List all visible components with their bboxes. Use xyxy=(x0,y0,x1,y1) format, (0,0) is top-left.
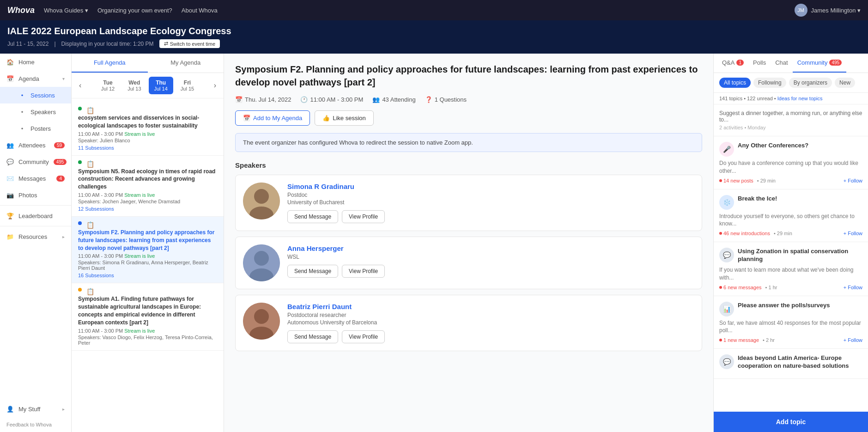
sidebar-item-speakers[interactable]: • Speakers xyxy=(0,103,71,120)
session-list: 📋 ecosystem services and disservices in … xyxy=(72,98,224,432)
community-item[interactable]: 💬 Ideas beyond Latin America- Europe coo… xyxy=(714,349,868,379)
about-link[interactable]: About Whova xyxy=(182,7,218,14)
send-message-button[interactable]: Send Message xyxy=(287,210,338,223)
sidebar-label-speakers: Speakers xyxy=(30,109,56,116)
add-to-agenda-button[interactable]: 📅 Add to My Agenda xyxy=(235,110,310,126)
community-item[interactable]: ❄️ Break the Ice! Introduce yourself to … xyxy=(714,189,868,243)
filter-following[interactable]: Following xyxy=(753,78,786,88)
sidebar-item-home[interactable]: 🏠 Home xyxy=(0,54,71,70)
tab-polls[interactable]: Polls xyxy=(748,54,771,73)
sidebar-item-agenda[interactable]: 📅 Agenda ▾ xyxy=(0,70,71,87)
posters-icon: • xyxy=(18,125,26,132)
day-thu[interactable]: Thu Jul 14 xyxy=(149,77,173,94)
user-avatar: JM xyxy=(795,4,807,17)
community-item-body: Introduce yourself to everyone, so other… xyxy=(719,213,862,228)
session-item[interactable]: 📋 ecosystem services and disservices in … xyxy=(72,102,224,156)
community-list: Suggest a dinner together, a morning run… xyxy=(714,104,868,412)
sidebar-item-photos[interactable]: 📷 Photos xyxy=(0,187,71,203)
right-panel-tabs: Q&A 1 Polls Chat Community 495 xyxy=(714,54,868,73)
community-item[interactable]: 📊 Please answer the polls/surveys So far… xyxy=(714,296,868,349)
prev-day-button[interactable]: ‹ xyxy=(75,79,85,91)
follow-button[interactable]: + Follow xyxy=(844,337,862,343)
session-title: ecosystem services and disservices in so… xyxy=(78,114,217,130)
organize-link[interactable]: Organizing your own event? xyxy=(97,7,172,14)
sidebar: 🏠 Home 📅 Agenda ▾ • Sessions • Speakers … xyxy=(0,54,72,432)
leaderboard-icon: 🏆 xyxy=(6,212,14,219)
sidebar-item-sessions[interactable]: • Sessions xyxy=(0,87,71,103)
follow-button[interactable]: + Follow xyxy=(844,285,862,290)
tab-my-agenda[interactable]: My Agenda xyxy=(148,54,224,73)
user-menu[interactable]: JM James Millington ▾ xyxy=(795,4,861,17)
sidebar-item-community[interactable]: 💬 Community 495 xyxy=(0,153,71,170)
sidebar-item-attendees[interactable]: 👥 Attendees 59 xyxy=(0,137,71,153)
filter-new[interactable]: New xyxy=(835,78,855,88)
sidebar-label-home: Home xyxy=(18,59,35,66)
view-profile-button[interactable]: View Profile xyxy=(342,330,385,343)
tab-community[interactable]: Community 495 xyxy=(793,54,846,73)
session-title: Symposium F2. Planning and policy approa… xyxy=(78,229,217,252)
calendar-icon: 📅 xyxy=(235,96,243,103)
filter-by-organizers[interactable]: By organizers xyxy=(789,78,832,88)
tab-chat[interactable]: Chat xyxy=(771,54,792,73)
session-dot-selected xyxy=(78,221,82,225)
community-item-time: • 1 hr xyxy=(765,285,777,290)
sessions-icon: • xyxy=(18,91,26,99)
community-item-icon: 💬 xyxy=(719,354,734,369)
community-item-icon: 🎤 xyxy=(719,142,734,157)
clock-icon: 🕐 xyxy=(300,96,308,103)
community-item[interactable]: 💬 Using Zonation in spatial conservation… xyxy=(714,242,868,296)
agenda-panel: Full Agenda My Agenda ‹ Tue Jul 12 Wed J… xyxy=(72,54,224,432)
tab-qa[interactable]: Q&A 1 xyxy=(717,54,748,73)
sidebar-item-posters[interactable]: • Posters xyxy=(0,120,71,137)
session-subsessions[interactable]: 16 Subsessions xyxy=(78,273,217,278)
community-item[interactable]: 🎤 Any Other Conferences? Do you have a c… xyxy=(714,136,868,189)
resources-expand-icon: ▸ xyxy=(62,234,65,239)
filter-all-topics[interactable]: All topics xyxy=(719,78,751,88)
day-fri[interactable]: Fri Jul 15 xyxy=(175,77,200,94)
day-name-thu: Thu xyxy=(156,79,166,86)
community-stats: 141 topics • 122 unread • Ideas for new … xyxy=(714,93,868,104)
session-item[interactable]: 📋 Symposium A1. Finding future pathways … xyxy=(72,283,224,350)
community-first-item[interactable]: Suggest a dinner together, a morning run… xyxy=(714,104,868,136)
view-profile-button[interactable]: View Profile xyxy=(342,265,385,278)
whova-guides-link[interactable]: Whova Guides ▾ xyxy=(44,7,88,14)
session-live-badge: Stream is live xyxy=(124,253,155,259)
tab-full-agenda[interactable]: Full Agenda xyxy=(72,54,148,73)
session-item[interactable]: 📋 Symposium F2. Planning and policy appr… xyxy=(72,217,224,283)
session-dot-live xyxy=(78,107,82,110)
session-live-badge: Stream is live xyxy=(124,192,155,198)
session-speaker: Speakers: Simona R Gradinaru, Anna Hersp… xyxy=(78,260,217,271)
day-wed[interactable]: Wed Jul 13 xyxy=(122,77,146,94)
session-item[interactable]: 📋 Symposium N5. Road ecology in times of… xyxy=(72,156,224,217)
community-item-time: • 29 min xyxy=(774,231,792,236)
community-item-footer: 1 new message • 2 hr + Follow xyxy=(719,337,862,343)
next-day-button[interactable]: › xyxy=(210,79,220,91)
sidebar-item-messages[interactable]: ✉️ Messages 4 xyxy=(0,170,71,187)
send-message-button[interactable]: Send Message xyxy=(287,330,338,343)
sidebar-item-resources[interactable]: 📁 Resources ▸ xyxy=(0,228,71,245)
view-profile-button[interactable]: View Profile xyxy=(342,210,385,223)
follow-button[interactable]: + Follow xyxy=(844,231,862,236)
day-tue[interactable]: Tue Jul 12 xyxy=(96,77,120,94)
switch-to-event-time-button[interactable]: ⇄ Switch to event time xyxy=(159,39,220,48)
ideas-link[interactable]: Ideas for new topics xyxy=(777,96,823,101)
community-item-title: Please answer the polls/surveys xyxy=(738,302,830,310)
event-meta: Jul 11 - 15, 2022 | Displaying in your l… xyxy=(7,39,861,48)
session-subsessions[interactable]: 12 Subsessions xyxy=(78,206,217,212)
sidebar-item-my-stuff[interactable]: 👤 My Stuff ▸ xyxy=(0,401,71,417)
speaker-info: Anna Hersperger WSL Send Message View Pr… xyxy=(287,244,694,278)
follow-button[interactable]: + Follow xyxy=(844,178,862,183)
sidebar-item-feedback[interactable]: Feedback to Whova xyxy=(0,417,71,432)
speaker-info: Simona R Gradinaru Postdoc University of… xyxy=(287,183,694,223)
my-stuff-icon: 👤 xyxy=(6,405,14,413)
new-posts-count: 14 new posts xyxy=(719,178,753,183)
session-subsessions[interactable]: 11 Subsessions xyxy=(78,145,217,151)
like-session-button[interactable]: 👍 Like session xyxy=(315,110,374,126)
community-item-icon: 📊 xyxy=(719,302,734,316)
community-item-header: 📊 Please answer the polls/surveys xyxy=(719,302,862,316)
day-name-fri: Fri xyxy=(184,79,191,86)
session-speaker: Speakers: Vasco Diogo, Felix Herzog, Ter… xyxy=(78,335,217,346)
send-message-button[interactable]: Send Message xyxy=(287,265,338,278)
sidebar-item-leaderboard[interactable]: 🏆 Leaderboard xyxy=(0,207,71,224)
add-topic-button[interactable]: Add topic xyxy=(714,412,868,432)
